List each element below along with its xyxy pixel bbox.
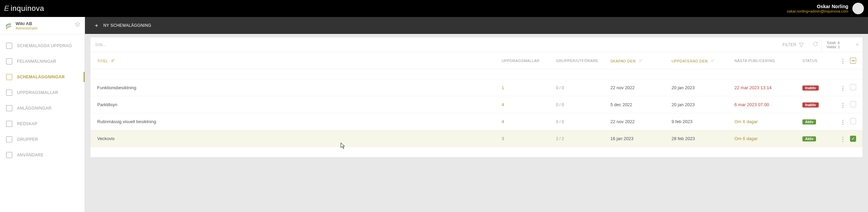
cell: 4 [500, 119, 554, 124]
row-menu[interactable] [838, 102, 848, 107]
row-check[interactable] [848, 118, 858, 125]
org-name: Wiki AB [16, 21, 38, 26]
checkbox-icon[interactable] [850, 101, 856, 107]
nav-icon [6, 58, 12, 64]
sidebar-item[interactable]: ANVÄNDARE [0, 147, 85, 163]
org-role: Administratör [16, 26, 38, 30]
col-check-all[interactable] [848, 58, 858, 64]
row-menu[interactable] [838, 119, 848, 124]
col-title[interactable]: TITEL [95, 58, 500, 63]
new-schedule-label: NY SCHEMALÄGGNING [103, 23, 151, 28]
user-block[interactable]: Oskar Norling oskar.norling+admin@inquin… [787, 3, 864, 14]
table-row[interactable]: Veckovis32 / 216 jan 202328 feb 2023Om 6… [90, 130, 863, 147]
close-icon[interactable]: ✕ [852, 42, 863, 47]
cell: 22 nov 2022 [608, 85, 670, 90]
cell: Parktillsyn [95, 102, 500, 107]
counts: Totalt: 4 Valda: 1 [821, 39, 852, 51]
cell: Veckovis [95, 136, 500, 141]
user-email: oskar.norling+admin@inquinova.com [787, 9, 848, 13]
cell-status: Inaktiv [800, 85, 838, 91]
sidebar-item-label: GRUPPER [17, 137, 38, 142]
checkbox-icon[interactable] [850, 84, 856, 90]
cell: 9 feb 2023 [670, 119, 732, 124]
sidebar-item-label: FELANMÄLNINGAR [17, 59, 56, 64]
filter-button[interactable]: FILTER [777, 42, 809, 47]
sidebar-item[interactable]: UPPDRAGSMALLAR [0, 85, 85, 100]
col-created[interactable]: SKAPAD DEN [608, 58, 670, 63]
sidebar-item-label: ANLÄGGNINGAR [17, 106, 52, 111]
sidebar-item-label: SCHEMALÄGGNINGAR [17, 75, 65, 79]
avatar-icon[interactable] [852, 3, 864, 14]
sidebar-item[interactable]: GRUPPER [0, 132, 85, 147]
cell-status: Inaktiv [800, 102, 838, 108]
nav-icon [6, 43, 12, 49]
sidebar-item[interactable]: FELANMÄLNINGAR [0, 54, 85, 69]
col-menu[interactable] [838, 59, 848, 63]
col-next[interactable]: NÄSTA PUBLICERING [732, 59, 800, 63]
org-block[interactable]: Wiki AB Administratör [0, 17, 85, 35]
cell: Om 6 dagar [732, 136, 800, 141]
cell-status: Aktiv [800, 119, 838, 124]
row-menu[interactable] [838, 136, 848, 141]
brand-prefix: E [4, 4, 9, 13]
cell: 5 dec 2022 [608, 102, 670, 107]
search-input[interactable] [90, 37, 777, 52]
nav-icon [6, 74, 12, 80]
sidebar-item-label: UPPDRAGSMALLAR [17, 90, 58, 95]
plus-icon: ＋ [94, 23, 99, 28]
col-updated[interactable]: UPPDATERAD DEN [670, 58, 732, 63]
checkbox-icon[interactable] [850, 118, 856, 124]
cell-status: Aktiv [800, 136, 838, 141]
brand-logo[interactable]: Einquinova [4, 4, 44, 13]
new-schedule-button[interactable]: ＋ NY SCHEMALÄGGNING [94, 23, 151, 28]
cell: 0 / 0 [554, 102, 608, 107]
row-check[interactable] [848, 101, 858, 108]
row-check[interactable] [848, 84, 858, 91]
kebab-icon [842, 139, 844, 140]
status-badge: Inaktiv [802, 102, 819, 108]
cell: 4 [500, 102, 554, 107]
sort-icon [111, 58, 115, 62]
col-templates[interactable]: UPPDRAGSMALLAR [500, 59, 554, 63]
funnel-icon [799, 42, 804, 47]
col-status[interactable]: STATUS [800, 59, 838, 63]
cell: 20 jan 2023 [670, 102, 732, 107]
col-groups[interactable]: GRUPPER/UTFÖRARE [554, 59, 608, 63]
nav-icon [6, 121, 12, 127]
content: FILTER Totalt: 4 Valda: 1 ✕ TITEL [85, 34, 868, 212]
cell: 2 / 2 [554, 136, 608, 141]
filter-label: FILTER [783, 42, 796, 47]
kebab-icon [842, 105, 844, 106]
nav-icon [6, 136, 12, 142]
sidebar-item[interactable]: SCHEMALAGDA UPPDRAG [0, 38, 85, 54]
stack-icon[interactable] [74, 22, 81, 29]
row-check[interactable]: ✓ [848, 136, 858, 142]
sidebar-item-label: SCHEMALAGDA UPPDRAG [17, 43, 72, 48]
table-row[interactable]: Rutinmässig visuell besiktning40 / 022 n… [90, 113, 863, 130]
cell: 3 [500, 136, 554, 141]
kebab-icon [842, 122, 844, 123]
nav-icon [6, 90, 12, 96]
status-badge: Aktiv [802, 119, 816, 124]
total-value: 4 [837, 41, 839, 45]
sidebar: Wiki AB Administratör SCHEMALAGDA UPPDRA… [0, 17, 85, 212]
table-body: Funktionsbesiktning10 / 022 nov 202220 j… [90, 79, 863, 147]
org-logo-icon [5, 22, 12, 30]
sidebar-item-label: REDSKAP [17, 121, 37, 126]
status-badge: Inaktiv [802, 85, 819, 91]
checkbox-indeterminate-icon[interactable] [850, 58, 856, 64]
refresh-icon[interactable] [809, 41, 821, 48]
search-row: FILTER Totalt: 4 Valda: 1 ✕ [90, 37, 863, 52]
nav-icon [6, 105, 12, 111]
sidebar-item[interactable]: ANLÄGGNINGAR [0, 100, 85, 116]
row-menu[interactable] [838, 85, 848, 90]
sidebar-item[interactable]: SCHEMALÄGGNINGAR [0, 69, 85, 85]
table-row[interactable]: Funktionsbesiktning10 / 022 nov 202220 j… [90, 79, 863, 96]
actionbar: ＋ NY SCHEMALÄGGNING [85, 17, 868, 34]
sidebar-item[interactable]: REDSKAP [0, 116, 85, 132]
cell: 6 mar 2023 07:00 [732, 102, 800, 107]
table-row[interactable]: Parktillsyn40 / 05 dec 202220 jan 20236 … [90, 96, 863, 113]
checkbox-icon[interactable]: ✓ [850, 136, 856, 142]
total-label: Totalt: [827, 41, 836, 45]
sort-icon [711, 58, 715, 62]
